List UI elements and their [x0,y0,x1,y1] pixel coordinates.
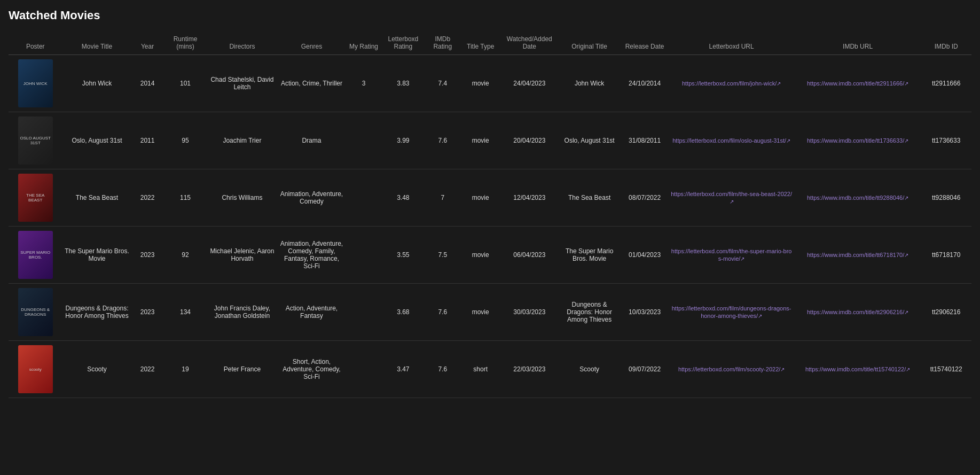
external-link-icon: ↗ [904,195,908,201]
movie-imdb-rating: 7.6 [425,112,460,169]
movie-release-date: 08/07/2022 [621,169,669,227]
movie-year: 2014 [132,55,163,112]
poster-image: SUPER MARIO BROS. [18,231,53,279]
movie-original-title: Scooty [558,341,621,398]
table-row: JOHN WICKJohn Wick2014101Chad Stahelski,… [9,55,971,112]
movie-imdb-id: tt9288046 [921,169,971,227]
movie-title: Dungeons & Dragons: Honor Among Thieves [62,284,131,341]
movie-title-type: short [460,341,501,398]
movie-imdb-url-cell: https://www.imdb.com/title/tt6718170/ ↗ [795,227,921,284]
lb-url-link[interactable]: https://letterboxd.com/film/the-sea-beas… [671,191,792,197]
col-header-title: Movie Title [62,31,131,55]
movie-original-title: The Super Mario Bros. Movie [558,227,621,284]
external-link-icon: ↗ [780,367,785,372]
external-link-icon: ↗ [740,256,744,262]
poster-image: OSLO AUGUST 31ST [18,116,53,165]
movie-genres: Animation, Adventure, Comedy [277,169,346,227]
lb-url-link[interactable]: https://letterboxd.com/film/scooty-2022/ [678,366,780,372]
poster-image: JOHN WICK [18,59,53,107]
col-header-lbrating: Letterboxd Rating [381,31,426,55]
movie-genres: Action, Crime, Thriller [277,55,346,112]
col-header-runtime: Runtime (mins) [163,31,208,55]
external-link-icon: ↗ [904,138,908,144]
movie-release-date: 01/04/2023 [621,227,669,284]
movie-genres: Action, Adventure, Fantasy [277,284,346,341]
poster-cell: OSLO AUGUST 31ST [9,112,62,169]
imdb-url-link[interactable]: https://www.imdb.com/title/tt2906216/ [807,309,904,315]
movie-lb-rating: 3.47 [381,341,426,398]
movie-year: 2023 [132,227,163,284]
col-header-watched: Watched/Added Date [501,31,558,55]
imdb-url-link[interactable]: https://www.imdb.com/title/tt6718170/ [807,252,904,258]
external-link-icon: ↗ [758,313,762,319]
movie-title-type: movie [460,55,501,112]
movie-release-date: 31/08/2011 [621,112,669,169]
col-header-origtitle: Original Title [558,31,621,55]
movie-lb-url-cell: https://letterboxd.com/film/john-wick/ ↗ [668,55,794,112]
col-header-titletype: Title Type [460,31,501,55]
movie-lb-url-cell: https://letterboxd.com/film/oslo-august-… [668,112,794,169]
external-link-icon: ↗ [730,199,734,205]
movie-imdb-id: tt2906216 [921,284,971,341]
movie-runtime: 115 [163,169,208,227]
movie-directors: Chad Stahelski, David Leitch [207,55,277,112]
movie-watched-date: 12/04/2023 [501,169,558,227]
movie-imdb-url-cell: https://www.imdb.com/title/tt2911666/ ↗ [795,55,921,112]
movie-imdb-url-cell: https://www.imdb.com/title/tt1736633/ ↗ [795,112,921,169]
lb-url-link[interactable]: https://letterboxd.com/film/dungeons-dra… [672,305,791,319]
imdb-url-link[interactable]: https://www.imdb.com/title/tt9288046/ [807,194,904,201]
col-header-directors: Directors [207,31,277,55]
col-header-imdbrating: IMDb Rating [425,31,460,55]
poster-image: THE SEA BEAST [18,174,53,222]
col-header-genres: Genres [277,31,346,55]
movie-lb-url-cell: https://letterboxd.com/film/the-sea-beas… [668,169,794,227]
col-header-imdburl: IMDb URL [795,31,921,55]
poster-cell: JOHN WICK [9,55,62,112]
table-row: DUNGEONS & DRAGONSDungeons & Dragons: Ho… [9,284,971,341]
movie-runtime: 95 [163,112,208,169]
movie-runtime: 92 [163,227,208,284]
movie-watched-date: 24/04/2023 [501,55,558,112]
movie-original-title: John Wick [558,55,621,112]
movie-year: 2023 [132,284,163,341]
movie-lb-url-cell: https://letterboxd.com/film/dungeons-dra… [668,284,794,341]
movie-watched-date: 22/03/2023 [501,341,558,398]
movie-my-rating [346,169,381,227]
movie-imdb-id: tt1736633 [921,112,971,169]
movie-genres: Animation, Adventure, Comedy, Family, Fa… [277,227,346,284]
movie-watched-date: 20/04/2023 [501,112,558,169]
col-header-year: Year [132,31,163,55]
lb-url-link[interactable]: https://letterboxd.com/film/john-wick/ [682,80,777,87]
movie-imdb-id: tt6718170 [921,227,971,284]
table-row: OSLO AUGUST 31STOslo, August 31st201195J… [9,112,971,169]
movie-imdb-rating: 7.4 [425,55,460,112]
movie-watched-date: 30/03/2023 [501,284,558,341]
movie-my-rating: 3 [346,55,381,112]
movie-directors: Michael Jelenic, Aaron Horvath [207,227,277,284]
page-title: Watched Movies [9,9,971,22]
lb-url-link[interactable]: https://letterboxd.com/film/oslo-august-… [672,137,786,144]
movie-title-type: movie [460,169,501,227]
movie-lb-rating: 3.55 [381,227,426,284]
lb-url-link[interactable]: https://letterboxd.com/film/the-super-ma… [671,248,792,262]
imdb-url-link[interactable]: https://www.imdb.com/title/tt1736633/ [807,137,904,144]
movie-imdb-id: tt15740122 [921,341,971,398]
col-header-imdbid: IMDb ID [921,31,971,55]
movie-year: 2011 [132,112,163,169]
external-link-icon: ↗ [777,81,781,87]
movie-original-title: The Sea Beast [558,169,621,227]
movie-directors: Joachim Trier [207,112,277,169]
movie-title: John Wick [62,55,131,112]
imdb-url-link[interactable]: https://www.imdb.com/title/tt2911666/ [807,80,904,87]
col-header-release: Release Date [621,31,669,55]
table-row: SUPER MARIO BROS.The Super Mario Bros. M… [9,227,971,284]
external-link-icon: ↗ [904,309,908,315]
external-link-icon: ↗ [906,367,910,372]
imdb-url-link[interactable]: https://www.imdb.com/title/tt15740122/ [805,366,906,372]
watched-movies-table: Poster Movie Title Year Runtime (mins) D… [9,31,971,398]
movie-directors: Chris Williams [207,169,277,227]
movie-title: Oslo, August 31st [62,112,131,169]
poster-cell: THE SEA BEAST [9,169,62,227]
movie-title-type: movie [460,227,501,284]
movie-lb-rating: 3.83 [381,55,426,112]
